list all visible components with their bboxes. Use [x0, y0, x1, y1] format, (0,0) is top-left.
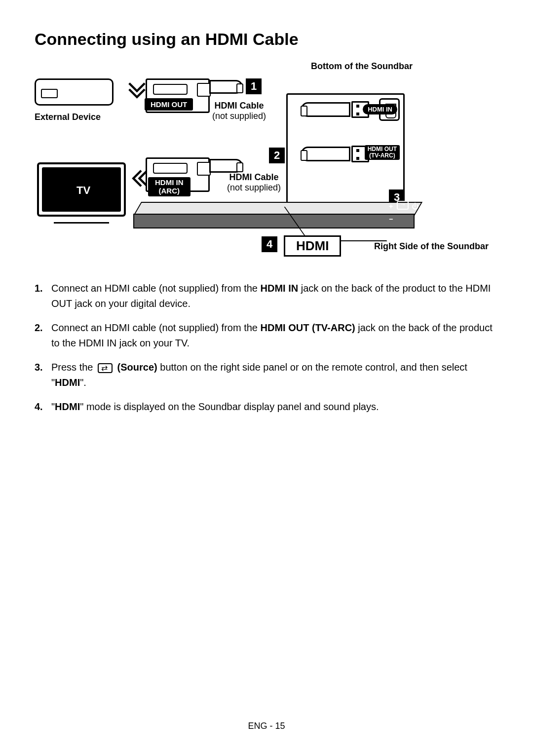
hdmi-cable-label-2: HDMI Cable (not supplied)	[227, 172, 281, 193]
step-4: 4. "HDMI" mode is displayed on the Sound…	[35, 399, 498, 415]
hdmi-in-port-label: HDMI IN	[363, 104, 397, 114]
hdmi-cable-label-1: HDMI Cable (not supplied)	[212, 101, 266, 121]
step-number: 4.	[35, 399, 51, 415]
hdmi-plug-out	[301, 147, 350, 161]
hdmi-cable-text: HDMI Cable	[215, 101, 264, 111]
source-icon	[98, 363, 113, 373]
bottom-soundbar-label: Bottom of the Soundbar	[311, 61, 413, 72]
callout-2: 2	[269, 148, 285, 163]
not-supplied-text: (not supplied)	[227, 183, 281, 193]
text-run: ".	[80, 377, 86, 388]
right-side-label: Right Side of the Soundbar	[374, 241, 489, 252]
text-run: Press the	[51, 362, 96, 373]
instruction-list: 1. Connect an HDMI cable (not supplied) …	[35, 281, 498, 415]
text-bold: HDMI	[55, 401, 80, 412]
hdmi-cable-plug	[209, 80, 243, 94]
step-text: Connect an HDMI cable (not supplied) fro…	[51, 320, 498, 351]
text-run: " mode is displayed on the Soundbar disp…	[80, 401, 379, 412]
step-text: Press the (Source) button on the right s…	[51, 360, 498, 390]
hdmi-cable-plug	[209, 159, 243, 173]
tv-label: TV	[39, 184, 128, 197]
step-text: "HDMI" mode is displayed on the Soundbar…	[51, 399, 379, 415]
step-number: 1.	[35, 281, 51, 311]
step-number: 2.	[35, 320, 51, 351]
text-bold: HDMI	[55, 377, 80, 388]
tv-illustration: TV	[37, 162, 126, 217]
step-3: 3. Press the (Source) button on the righ…	[35, 360, 498, 390]
hdmi-out-tvarc-label: HDMI OUT (TV-ARC)	[365, 145, 400, 160]
hdmi-out-label: HDMI OUT	[145, 98, 193, 111]
arrow-icon	[128, 82, 146, 100]
step-text: Connect an HDMI cable (not supplied) fro…	[51, 281, 498, 311]
callout-1: 1	[246, 78, 262, 94]
callout-4: 4	[262, 236, 277, 252]
power-icon: ⏻	[412, 202, 419, 210]
connection-diagram: Bottom of the Soundbar External Device H…	[35, 64, 489, 261]
soundbar-side-buttons: + − ⏻	[385, 199, 415, 224]
soundbar-display-hdmi: HDMI	[284, 235, 341, 257]
page-footer: ENG - 15	[0, 721, 533, 731]
text-bold: (Source)	[114, 362, 157, 373]
hdmi-cable-text: HDMI Cable	[229, 172, 279, 182]
page-title: Connecting using an HDMI Cable	[35, 30, 498, 49]
hdmi-in-arc-label: HDMI IN (ARC)	[148, 177, 190, 196]
external-device-label: External Device	[35, 112, 101, 122]
source-icon	[397, 201, 409, 210]
step-2: 2. Connect an HDMI cable (not supplied) …	[35, 320, 498, 351]
volume-down-icon: −	[389, 215, 393, 223]
not-supplied-text: (not supplied)	[212, 111, 266, 121]
external-device-illustration	[35, 78, 114, 106]
text-run: Connect an HDMI cable (not supplied) fro…	[51, 322, 261, 333]
text-bold: HDMI IN	[261, 283, 299, 294]
text-bold: HDMI OUT (TV-ARC)	[261, 322, 355, 333]
step-number: 3.	[35, 360, 51, 390]
text-run: Connect an HDMI cable (not supplied) fro…	[51, 283, 261, 294]
step-1: 1. Connect an HDMI cable (not supplied) …	[35, 281, 498, 311]
text-run: button on the right side panel or on the…	[51, 362, 467, 388]
hdmi-plug-in	[301, 102, 350, 117]
volume-up-icon: +	[389, 202, 393, 210]
